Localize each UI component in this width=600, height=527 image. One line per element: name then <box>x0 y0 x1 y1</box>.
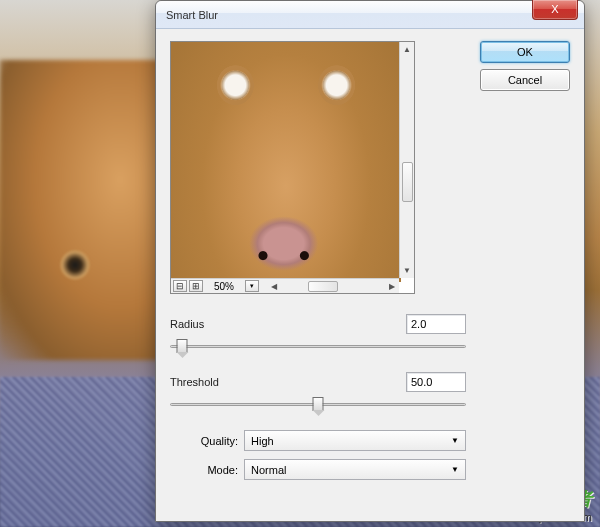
zoom-value: 50% <box>205 281 243 292</box>
vscroll-thumb[interactable] <box>402 162 413 202</box>
radius-track <box>170 345 466 348</box>
zoom-controls: ⊟ ⊞ 50% ▾ <box>171 278 266 293</box>
threshold-input[interactable] <box>406 372 466 392</box>
preview-area: ▲ ▼ ⊟ ⊞ 50% ▾ ◀ ▶ <box>170 41 415 294</box>
mode-value: Normal <box>251 464 286 476</box>
cancel-button[interactable]: Cancel <box>480 69 570 91</box>
scroll-left-icon[interactable]: ◀ <box>266 279 281 293</box>
quality-select[interactable]: High ▼ <box>244 430 466 451</box>
slider-controls: Radius Threshold Q <box>170 314 466 480</box>
chevron-down-icon: ▼ <box>451 465 459 474</box>
preview-image[interactable] <box>171 42 401 282</box>
scroll-up-icon[interactable]: ▲ <box>400 42 414 57</box>
radius-slider[interactable] <box>170 338 466 356</box>
radius-label: Radius <box>170 318 242 330</box>
titlebar[interactable]: Smart Blur X <box>156 1 584 29</box>
threshold-handle[interactable] <box>313 397 324 411</box>
dialog-title: Smart Blur <box>166 9 218 21</box>
threshold-slider[interactable] <box>170 396 466 414</box>
hscroll-thumb[interactable] <box>308 281 338 292</box>
left-column: ▲ ▼ ⊟ ⊞ 50% ▾ ◀ ▶ Radius <box>170 41 466 509</box>
zoom-in-button[interactable]: ⊞ <box>189 280 203 292</box>
preview-hscrollbar[interactable]: ◀ ▶ <box>266 278 399 293</box>
threshold-label: Threshold <box>170 376 242 388</box>
dialog-content: ▲ ▼ ⊟ ⊞ 50% ▾ ◀ ▶ Radius <box>156 29 584 521</box>
zoom-dropdown-button[interactable]: ▾ <box>245 280 259 292</box>
smart-blur-dialog: Smart Blur X ▲ ▼ ⊟ ⊞ 50% ▾ <box>155 0 585 522</box>
radius-input[interactable] <box>406 314 466 334</box>
close-icon: X <box>551 3 558 15</box>
zoom-out-button[interactable]: ⊟ <box>173 280 187 292</box>
quality-label: Quality: <box>186 435 238 447</box>
background-dog-eye <box>60 250 90 280</box>
scroll-down-icon[interactable]: ▼ <box>400 263 414 278</box>
ok-button[interactable]: OK <box>480 41 570 63</box>
close-button[interactable]: X <box>532 0 578 20</box>
mode-label: Mode: <box>186 464 238 476</box>
button-column: OK Cancel <box>480 41 570 509</box>
mode-select[interactable]: Normal ▼ <box>244 459 466 480</box>
quality-value: High <box>251 435 274 447</box>
chevron-down-icon: ▼ <box>451 436 459 445</box>
radius-handle[interactable] <box>176 339 187 353</box>
preview-vscrollbar[interactable]: ▲ ▼ <box>399 42 414 278</box>
scroll-right-icon[interactable]: ▶ <box>384 279 399 293</box>
